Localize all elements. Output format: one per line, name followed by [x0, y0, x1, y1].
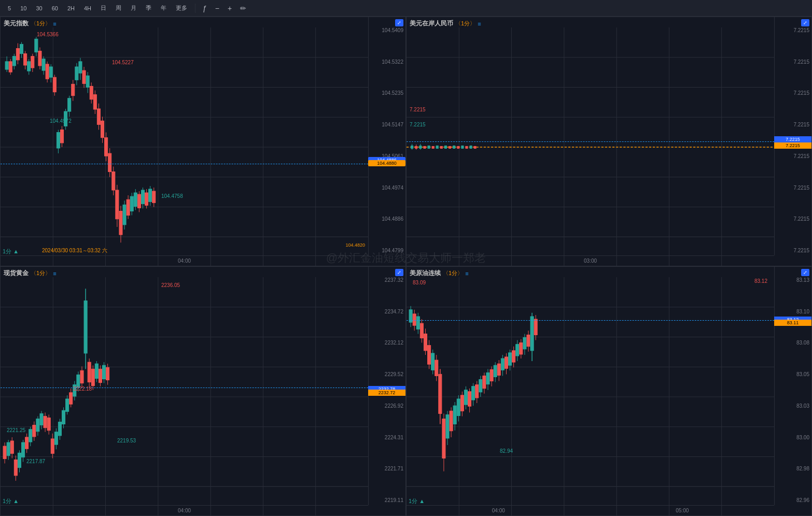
svg-rect-154	[25, 437, 29, 449]
price-oil-1: 83.10	[777, 309, 809, 314]
price-oil-4: 83.03	[777, 403, 809, 409]
price-gold-0: 2237.32	[371, 277, 403, 283]
svg-rect-86	[137, 194, 141, 208]
expand-btn-oil[interactable]: ⤢	[801, 269, 809, 276]
svg-rect-64	[97, 109, 100, 124]
svg-rect-241	[460, 395, 464, 411]
draw-icon[interactable]: ✏	[237, 3, 249, 14]
svg-rect-115	[423, 146, 426, 149]
timeframe-quarter[interactable]: 季	[142, 3, 155, 13]
svg-rect-225	[431, 353, 435, 370]
price-usd-1: 104.5322	[371, 59, 403, 65]
svg-rect-84	[134, 193, 137, 206]
svg-rect-186	[84, 301, 87, 353]
expand-btn-cny[interactable]: ⤢	[801, 19, 809, 26]
price-axis-oil: 83.13 83.10 83.08 83.05 83.03 83.00 82.9…	[774, 267, 811, 505]
price-usd-6: 104.4886	[371, 216, 403, 222]
ann-orange-usd: 104.4820	[345, 242, 365, 248]
svg-rect-192	[95, 364, 98, 378]
timeframe-5[interactable]: 5	[4, 4, 15, 13]
expand-btn-usd[interactable]: ⤢	[395, 19, 403, 26]
zoom-in-icon[interactable]: +	[225, 3, 235, 14]
price-gold-5: 2224.31	[371, 435, 403, 440]
svg-rect-22	[20, 44, 23, 53]
time-label-oil-1: 05:00	[676, 508, 689, 513]
timeframe-30[interactable]: 30	[32, 4, 46, 13]
svg-rect-54	[79, 62, 82, 73]
svg-rect-118	[436, 146, 439, 149]
timeframe-60[interactable]: 60	[48, 4, 62, 13]
svg-rect-24	[24, 54, 27, 65]
price-axis-usd: 104.5409 104.5322 104.5235 104.5147 104.…	[368, 17, 405, 255]
svg-rect-122	[453, 146, 455, 149]
chart-header-oil: 美原油连续 〈1分〉 ≡	[410, 269, 469, 278]
svg-rect-80	[127, 199, 130, 215]
svg-rect-275	[523, 337, 526, 349]
timeframe-2h[interactable]: 2H	[64, 4, 78, 13]
chart-header-cny: 美元在岸人民币 〈1分〉 ≡	[410, 19, 481, 28]
svg-rect-150	[18, 453, 21, 467]
svg-rect-196	[102, 365, 105, 379]
time-axis-cny: 03:00	[407, 255, 774, 266]
price-marker-orange-cny: 7.2215	[774, 142, 811, 149]
price-oil-7: 82.96	[777, 497, 809, 503]
svg-rect-249	[475, 385, 479, 398]
svg-rect-72	[112, 172, 115, 190]
chart-settings-cny[interactable]: ≡	[478, 21, 481, 27]
svg-rect-257	[490, 369, 493, 381]
ann-high-gold: 2236.05	[161, 282, 180, 288]
price-gold-1: 2234.72	[371, 309, 403, 314]
svg-rect-146	[10, 441, 13, 453]
timeframe-week[interactable]: 周	[112, 3, 125, 13]
svg-rect-52	[75, 67, 78, 80]
svg-rect-198	[106, 367, 109, 380]
price-usd-5: 104.4974	[371, 185, 403, 191]
zoom-out-icon[interactable]: −	[212, 3, 222, 14]
svg-rect-74	[116, 190, 119, 219]
timeframe-year[interactable]: 年	[157, 3, 170, 13]
ann-bottom-usd: 104.4758	[161, 193, 183, 199]
ann-peak-gold: 2222.18	[73, 386, 92, 392]
svg-rect-265	[505, 357, 508, 368]
timeframe-month[interactable]: 月	[127, 3, 140, 13]
svg-rect-120	[444, 146, 447, 149]
price-gold-6: 2221.71	[371, 466, 403, 471]
separator-1	[195, 4, 195, 13]
price-marker-orange-oil: 83.11	[774, 320, 811, 326]
svg-rect-121	[449, 146, 451, 149]
price-oil-6: 82.98	[777, 466, 809, 471]
svg-rect-144	[7, 442, 10, 455]
price-cny-0: 7.2215	[777, 27, 809, 33]
svg-rect-90	[145, 193, 148, 205]
svg-rect-233	[446, 414, 449, 438]
chart-settings-usd[interactable]: ≡	[53, 21, 56, 27]
svg-rect-76	[119, 211, 122, 235]
svg-rect-142	[3, 446, 6, 458]
timeframe-4h[interactable]: 4H	[80, 4, 95, 13]
svg-rect-176	[66, 399, 69, 411]
svg-rect-184	[80, 370, 83, 383]
svg-rect-269	[512, 351, 515, 362]
price-marker-orange-gold: 2232.72	[368, 390, 405, 396]
svg-rect-124	[461, 146, 464, 149]
expand-btn-gold[interactable]: ⤢	[395, 269, 403, 276]
chart-settings-gold[interactable]: ≡	[53, 270, 56, 277]
formula-icon[interactable]: ƒ	[200, 3, 210, 14]
price-gold-2: 2232.12	[371, 340, 403, 346]
toolbar: 5 10 30 60 2H 4H 日 周 月 季 年 更多 ƒ − + ✏	[0, 0, 812, 17]
price-cny-5: 7.2215	[777, 185, 809, 191]
status-gold: 1分 ▲	[3, 497, 19, 505]
svg-rect-26	[27, 62, 31, 71]
time-axis-oil: 04:00 05:00	[407, 505, 774, 515]
ann-bottom-oil: 82.94	[500, 448, 513, 454]
ann-high-oil: 83.09	[413, 280, 426, 285]
chart-settings-oil[interactable]: ≡	[465, 270, 468, 277]
timeframe-10[interactable]: 10	[17, 4, 30, 13]
svg-rect-245	[468, 392, 471, 406]
timeframe-more[interactable]: 更多	[172, 3, 191, 13]
timeframe-day[interactable]: 日	[97, 3, 110, 13]
svg-rect-18	[12, 56, 16, 66]
svg-rect-271	[516, 345, 519, 356]
svg-rect-28	[31, 56, 34, 68]
price-gold-3: 2229.52	[371, 371, 403, 377]
